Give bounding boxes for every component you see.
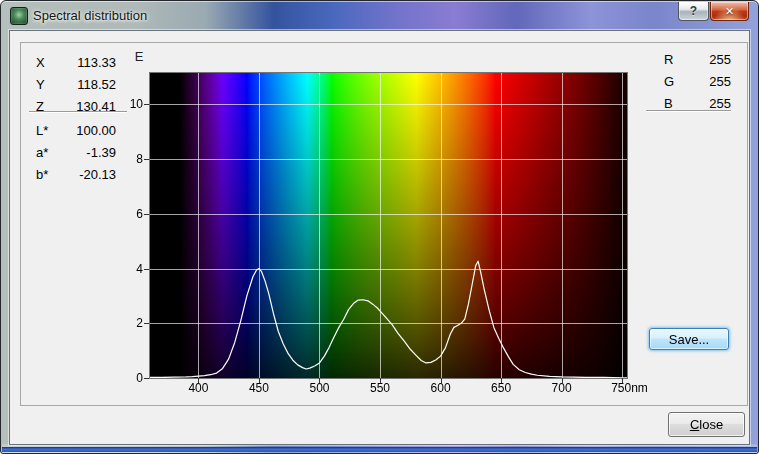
r-label: R bbox=[664, 52, 673, 67]
b-value: 255 bbox=[709, 96, 731, 111]
lstar-value: 100.00 bbox=[76, 123, 116, 138]
g-value: 255 bbox=[709, 74, 731, 89]
x-value: 113.33 bbox=[77, 55, 116, 70]
bstar-value: -20.13 bbox=[79, 167, 116, 182]
caption-buttons: ? ✕ bbox=[678, 2, 749, 21]
value-row-astar: a* -1.39 bbox=[36, 141, 116, 163]
value-row-y: Y 118.52 bbox=[36, 73, 116, 95]
y-value: 118.52 bbox=[77, 77, 116, 92]
xyz-values: X 113.33 Y 118.52 Z 130.41 bbox=[36, 51, 116, 117]
window-title: Spectral distribution bbox=[33, 8, 147, 23]
rgb-separator bbox=[646, 110, 731, 112]
lab-values: L* 100.00 a* -1.39 b* -20.13 bbox=[36, 119, 116, 185]
spectral-chart-canvas bbox=[149, 72, 628, 379]
y-axis-title: E bbox=[129, 49, 149, 64]
value-row-z: Z 130.41 bbox=[36, 95, 116, 117]
window-bottom-edge bbox=[2, 447, 757, 452]
g-label: G bbox=[664, 74, 674, 89]
xyz-lab-separator bbox=[29, 111, 127, 113]
value-row-x: X 113.33 bbox=[36, 51, 116, 73]
b-label: B bbox=[664, 96, 673, 111]
value-row-lstar: L* 100.00 bbox=[36, 119, 116, 141]
rgb-values: R 255 G 255 B 255 bbox=[664, 48, 731, 114]
value-row-r: R 255 bbox=[664, 48, 731, 70]
window-close-button[interactable]: ✕ bbox=[710, 2, 749, 21]
close-button[interactable]: Close bbox=[668, 412, 745, 437]
help-button[interactable]: ? bbox=[678, 2, 709, 21]
close-button-mnemonic: C bbox=[690, 417, 699, 432]
y-label: Y bbox=[36, 77, 45, 92]
close-icon: ✕ bbox=[725, 5, 734, 18]
save-button[interactable]: Save... bbox=[649, 328, 729, 350]
app-icon bbox=[10, 7, 28, 25]
spectral-distribution-dialog: Spectral distribution ? ✕ X 113.33 Y 118… bbox=[0, 0, 759, 454]
x-label: X bbox=[36, 55, 45, 70]
lstar-label: L* bbox=[36, 123, 48, 138]
titlebar[interactable]: Spectral distribution ? ✕ bbox=[2, 2, 757, 30]
help-icon: ? bbox=[690, 4, 697, 18]
astar-value: -1.39 bbox=[86, 145, 116, 160]
astar-label: a* bbox=[36, 145, 48, 160]
dialog-body: X 113.33 Y 118.52 Z 130.41 L* 100.00 a* … bbox=[9, 30, 750, 445]
value-row-bstar: b* -20.13 bbox=[36, 163, 116, 185]
r-value: 255 bbox=[709, 52, 731, 67]
value-row-g: G 255 bbox=[664, 70, 731, 92]
bstar-label: b* bbox=[36, 167, 48, 182]
close-button-rest: lose bbox=[699, 417, 723, 432]
